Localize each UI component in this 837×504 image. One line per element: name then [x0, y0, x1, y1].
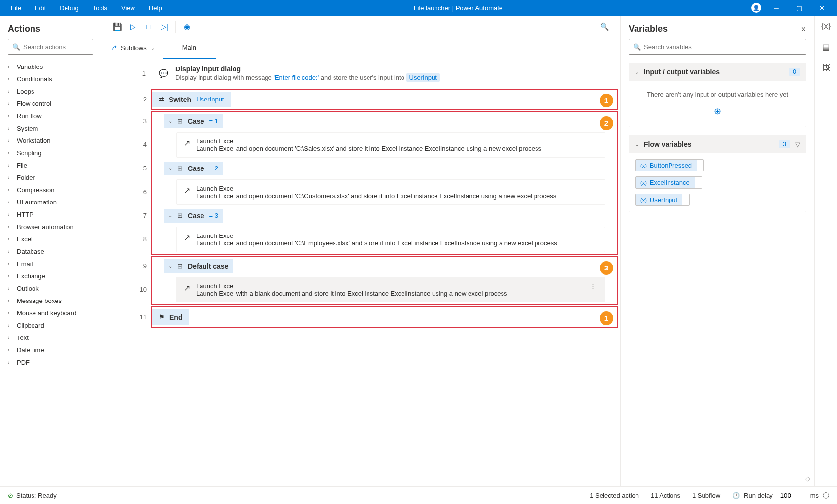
cat-folder[interactable]: ›Folder [0, 171, 101, 184]
images-tab-icon[interactable]: 🖼 [822, 64, 830, 72]
io-variables-header[interactable]: ⌄ Input / output variables 0 [629, 63, 806, 81]
menu-file[interactable]: File [4, 1, 28, 15]
variable-excelinstance[interactable]: (x)ExcelInstance [635, 176, 702, 189]
minimize-button[interactable]: ─ [765, 0, 788, 16]
cat-scripting[interactable]: ›Scripting [0, 147, 101, 159]
cat-variables[interactable]: ›Variables [0, 61, 101, 73]
cat-outlook[interactable]: ›Outlook [0, 282, 101, 295]
flow-variables-header[interactable]: ⌄ Flow variables 3 ▽ [629, 135, 806, 153]
cat-mouse-keyboard[interactable]: ›Mouse and keyboard [0, 307, 101, 319]
cat-browser-automation[interactable]: ›Browser automation [0, 221, 101, 233]
cat-flow-control[interactable]: ›Flow control [0, 98, 101, 110]
flow-variables-body: (x)ButtonPressed (x)ExcelInstance (x)Use… [629, 153, 806, 212]
cat-pdf[interactable]: ›PDF [0, 356, 101, 369]
action-display-input-dialog[interactable]: 💬 Display input dialog Display input dia… [151, 61, 610, 87]
cat-date-time[interactable]: ›Date time [0, 344, 101, 356]
record-button[interactable]: ◉ [179, 19, 195, 34]
action-launch-excel-default[interactable]: ↗ Launch Excel Launch Excel with a blank… [176, 277, 605, 302]
action-launch-excel-1[interactable]: ↗ Launch Excel Launch Excel and open doc… [176, 132, 605, 158]
action-end[interactable]: ⚑ End [152, 309, 189, 325]
menu-help[interactable]: Help [142, 1, 169, 15]
launch-icon: ↗ [184, 138, 190, 148]
cat-excel[interactable]: ›Excel [0, 233, 101, 245]
launch-icon: ↗ [184, 233, 190, 242]
ui-elements-tab-icon[interactable]: ▤ [822, 42, 830, 52]
actions-search-input[interactable] [23, 43, 106, 51]
cat-run-flow[interactable]: ›Run flow [0, 110, 101, 122]
run-button[interactable]: ▷ [125, 19, 141, 34]
action-case-2[interactable]: ⌄ ⊞ Case = 2 [164, 162, 223, 175]
save-button[interactable]: 💾 [109, 19, 125, 34]
stop-button[interactable]: □ [141, 19, 157, 34]
menu-view[interactable]: View [114, 1, 142, 15]
menu-tools[interactable]: Tools [86, 1, 114, 15]
annotation-badge-1-end: 1 [600, 311, 613, 325]
close-variables-button[interactable]: ✕ [801, 25, 806, 33]
close-button[interactable]: ✕ [810, 0, 833, 16]
cat-workstation[interactable]: ›Workstation [0, 134, 101, 147]
chevron-right-icon: › [8, 175, 12, 180]
chevron-down-icon[interactable]: ⌄ [168, 263, 172, 269]
chevron-right-icon: › [8, 113, 12, 119]
cat-label: Message boxes [17, 297, 62, 304]
chevron-right-icon: › [8, 76, 12, 82]
action-launch-excel-2[interactable]: ↗ Launch Excel Launch Excel and open doc… [176, 179, 605, 205]
action-case-3[interactable]: ⌄ ⊞ Case = 3 [164, 209, 223, 223]
action-default-case[interactable]: ⌄ ⊟ Default case [164, 259, 233, 273]
actions-search[interactable]: 🔍 [8, 39, 93, 55]
cat-label: Email [17, 260, 33, 268]
cat-system[interactable]: ›System [0, 122, 101, 134]
chevron-right-icon: › [8, 150, 12, 156]
cat-ui-automation[interactable]: ›UI automation [0, 196, 101, 208]
cat-label: Text [17, 334, 29, 341]
cat-exchange[interactable]: ›Exchange [0, 270, 101, 282]
cat-text[interactable]: ›Text [0, 332, 101, 344]
action-case-1[interactable]: ⌄ ⊞ Case = 1 [164, 114, 223, 128]
action-description: Display input dialog with message 'Enter… [175, 73, 603, 83]
cat-clipboard[interactable]: ›Clipboard [0, 319, 101, 332]
cat-email[interactable]: ›Email [0, 258, 101, 270]
variable-userinput[interactable]: (x)UserInput [635, 194, 690, 206]
cat-conditionals[interactable]: ›Conditionals [0, 73, 101, 85]
cat-http[interactable]: ›HTTP [0, 208, 101, 221]
variable-buttonpressed[interactable]: (x)ButtonPressed [635, 159, 704, 171]
chevron-down-icon[interactable]: ⌄ [168, 166, 172, 171]
cat-compression[interactable]: ›Compression [0, 184, 101, 196]
cat-label: Excel [17, 235, 33, 243]
cat-loops[interactable]: ›Loops [0, 85, 101, 98]
subflows-dropdown[interactable]: ⎇ Subflows ⌄ [101, 44, 163, 52]
user-area[interactable]: 👤 [747, 3, 765, 13]
titlebar: File Edit Debug Tools View Help File lau… [0, 0, 837, 16]
action-switch[interactable]: ⇄ Switch UserInput [152, 92, 231, 107]
chevron-down-icon[interactable]: ⌄ [168, 118, 172, 124]
cat-message-boxes[interactable]: ›Message boxes [0, 295, 101, 307]
cat-label: Folder [17, 174, 35, 181]
menu-debug[interactable]: Debug [53, 1, 85, 15]
chevron-right-icon: › [8, 200, 12, 205]
cat-database[interactable]: ›Database [0, 245, 101, 258]
chevron-down-icon[interactable]: ⌄ [168, 213, 172, 218]
line-number: 6 [102, 177, 152, 207]
line-number: 9 [102, 257, 152, 275]
search-flow-button[interactable]: 🔍 [597, 19, 612, 34]
info-icon[interactable]: ⓘ [823, 491, 829, 500]
step-button[interactable]: ▷| [157, 19, 172, 34]
run-delay-input[interactable] [777, 490, 806, 501]
actions-panel: Actions 🔍 ›Variables ›Conditionals ›Loop… [0, 16, 101, 486]
action-menu-icon[interactable]: ⋮ [588, 282, 598, 290]
variables-search[interactable]: 🔍 [629, 39, 806, 55]
variables-search-input[interactable] [644, 43, 802, 51]
filter-icon[interactable]: ▽ [795, 141, 800, 148]
action-launch-excel-3[interactable]: ↗ Launch Excel Launch Excel and open doc… [176, 227, 605, 252]
cat-file[interactable]: ›File [0, 159, 101, 171]
eraser-icon[interactable]: ◇ [805, 475, 810, 482]
add-io-variable-button[interactable]: ⊕ [635, 106, 800, 117]
flow-canvas[interactable]: 1 💬 Display input dialog Display input d… [101, 59, 620, 486]
variables-tab-icon[interactable]: {x} [821, 22, 831, 31]
maximize-button[interactable]: ▢ [788, 0, 810, 16]
search-icon: 🔍 [633, 43, 641, 51]
cat-label: Database [17, 248, 44, 255]
chevron-right-icon: › [8, 249, 12, 254]
tab-main[interactable]: Main [163, 37, 216, 59]
menu-edit[interactable]: Edit [28, 1, 53, 15]
